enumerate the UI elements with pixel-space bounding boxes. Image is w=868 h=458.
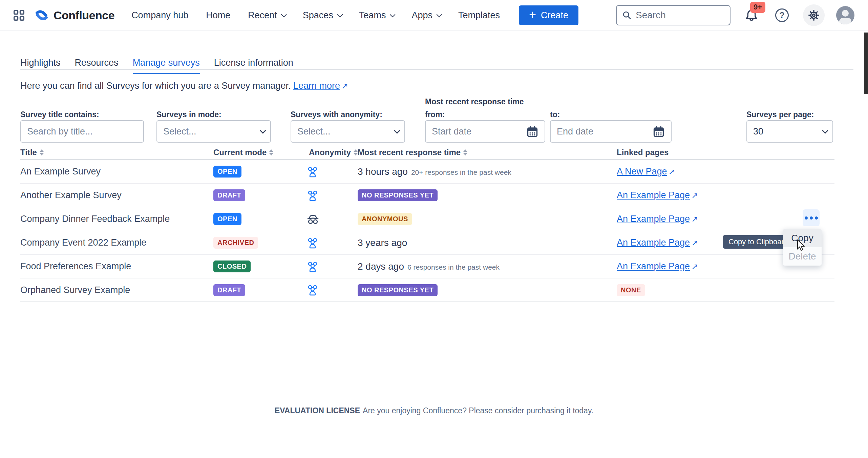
grid-icon — [13, 9, 25, 22]
table-row: Orphaned Survey Example DRAFT NO RESPONS… — [20, 278, 834, 302]
title-filter-input-wrap — [20, 120, 144, 143]
tab-manage-surveys[interactable]: Manage surveys — [133, 58, 200, 73]
confluence-page: Confluence Company hub Home Recent Space… — [0, 0, 868, 458]
start-date-input[interactable]: Start date — [425, 120, 545, 143]
response-badge: ANONYMOUS — [358, 213, 412, 225]
table-row: An Example Survey OPEN 3 hours ago20+ re… — [20, 160, 834, 184]
search-input[interactable] — [636, 10, 717, 21]
table-row: Company Event 2022 Example ARCHIVED 3 ye… — [20, 231, 834, 255]
linked-page-link[interactable]: An Example Page — [617, 190, 690, 200]
search-icon — [622, 11, 632, 20]
sort-icon[interactable] — [463, 149, 467, 155]
external-link-icon: ↗ — [341, 81, 348, 91]
linked-page-link[interactable]: An Example Page — [617, 214, 690, 224]
nav-home[interactable]: Home — [206, 10, 230, 21]
survey-title: Another Example Survey — [20, 190, 213, 201]
chevron-down-icon — [281, 12, 287, 17]
response-time-group-label: Most recent response time — [425, 97, 524, 106]
notification-count-badge: 9+ — [750, 2, 765, 13]
chevron-down-icon — [822, 127, 828, 133]
table-row: Company Dinner Feedback Example OPEN ANO… — [20, 207, 834, 231]
mode-badge: OPEN — [213, 166, 241, 178]
external-link-icon: ↗ — [669, 167, 675, 176]
mode-badge: DRAFT — [213, 189, 245, 201]
col-header-title: Title — [20, 148, 213, 157]
response-note: 6 responses in the past week — [407, 263, 500, 271]
linked-page-link[interactable]: A New Page — [617, 166, 667, 176]
nav-apps[interactable]: Apps — [411, 10, 441, 21]
sort-icon[interactable] — [40, 149, 44, 155]
intro-text: Here you can find all Surveys for which … — [20, 81, 348, 91]
nav-teams[interactable]: Teams — [359, 10, 394, 21]
col-header-response-time: Most recent response time — [358, 148, 617, 157]
linked-none-badge: NONE — [617, 284, 645, 296]
create-button[interactable]: + Create — [519, 5, 578, 25]
chevron-down-icon — [394, 127, 400, 133]
nav-company-hub[interactable]: Company hub — [131, 10, 188, 21]
response-time: 2 days ago — [358, 261, 404, 272]
response-time: 3 years ago — [358, 237, 407, 248]
notifications-button[interactable]: 9+ — [742, 6, 761, 25]
nav-recent[interactable]: Recent — [248, 10, 285, 21]
section-tabs: Highlights Resources Manage surveys Lice… — [20, 58, 293, 73]
survey-title: An Example Survey — [20, 166, 213, 177]
app-title: Confluence — [54, 9, 114, 22]
title-filter-label: Survey title contains: — [20, 110, 99, 119]
anonymity-filter-select[interactable]: Select... — [291, 120, 405, 143]
external-link-icon: ↗ — [691, 262, 698, 271]
external-link-icon: ↗ — [691, 214, 698, 224]
to-label: to: — [550, 110, 560, 119]
per-page-select[interactable]: 30 — [746, 120, 833, 143]
help-button[interactable]: ? — [772, 6, 791, 25]
title-filter-input[interactable] — [27, 126, 137, 137]
more-dots-icon — [805, 216, 808, 220]
user-avatar[interactable] — [836, 6, 854, 24]
mode-badge: ARCHIVED — [213, 237, 258, 249]
group-anonymity-icon — [306, 189, 319, 202]
col-header-linked-pages: Linked pages — [617, 148, 834, 157]
nav-templates[interactable]: Templates — [458, 10, 500, 21]
calendar-icon — [653, 125, 665, 138]
end-date-input[interactable]: End date — [550, 120, 672, 143]
surveys-table: Title Current mode Anonymity Most recent… — [20, 146, 834, 302]
confluence-logo-icon — [34, 7, 49, 23]
response-note: 20+ responses in the past week — [411, 168, 511, 176]
mode-badge: DRAFT — [213, 284, 245, 296]
plus-icon: + — [529, 9, 536, 21]
mode-filter-select[interactable]: Select... — [156, 120, 271, 143]
app-switcher-icon[interactable] — [12, 8, 26, 23]
sort-icon[interactable] — [269, 149, 273, 155]
per-page-label: Surveys per page: — [746, 110, 814, 119]
top-navigation-bar: Confluence Company hub Home Recent Space… — [0, 0, 868, 31]
table-row: Another Example Survey DRAFT NO RESPONSE… — [20, 184, 834, 207]
linked-page-link[interactable]: An Example Page — [617, 261, 690, 271]
primary-nav: Company hub Home Recent Spaces Teams App… — [131, 10, 500, 21]
survey-title: Food Preferences Example — [20, 261, 213, 272]
anonymous-icon — [306, 213, 319, 226]
row-actions-menu: Copy Delete — [783, 229, 822, 266]
linked-page-link[interactable]: An Example Page — [617, 237, 690, 248]
tab-license-information[interactable]: License information — [214, 58, 293, 73]
tab-highlights[interactable]: Highlights — [20, 58, 61, 73]
tab-resources[interactable]: Resources — [75, 58, 119, 73]
col-header-anonymity: Anonymity — [288, 148, 358, 157]
sort-icon[interactable] — [354, 149, 358, 155]
gear-icon — [807, 8, 821, 22]
row-actions-button[interactable] — [803, 209, 820, 226]
menu-item-copy[interactable]: Copy — [783, 229, 822, 247]
global-search[interactable] — [616, 5, 731, 25]
avatar-person-icon — [842, 10, 849, 17]
scrollbar-thumb[interactable] — [864, 33, 868, 94]
from-label: from: — [425, 110, 445, 119]
mode-badge: CLOSED — [213, 261, 251, 272]
col-header-current-mode: Current mode — [213, 148, 288, 157]
learn-more-link[interactable]: Learn more — [293, 81, 340, 91]
group-anonymity-icon — [306, 261, 319, 273]
settings-button[interactable] — [803, 4, 825, 26]
chevron-down-icon — [260, 127, 266, 133]
nav-spaces[interactable]: Spaces — [303, 10, 341, 21]
table-row: Food Preferences Example CLOSED 2 days a… — [20, 255, 834, 278]
survey-title: Company Event 2022 Example — [20, 237, 213, 248]
confluence-logo[interactable]: Confluence — [34, 7, 114, 23]
survey-title: Orphaned Survey Example — [20, 285, 213, 295]
